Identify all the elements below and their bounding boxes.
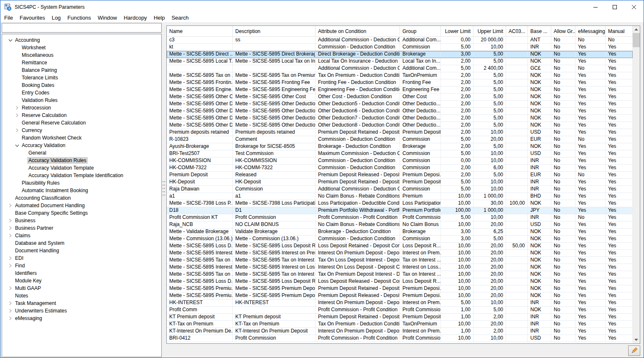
chevron-right-icon[interactable] xyxy=(7,202,14,209)
table-row[interactable]: Mette - SICSE-5895 Interest...Mette - SI… xyxy=(167,264,633,271)
menu-hardcopy[interactable]: Hardcopy xyxy=(120,14,150,22)
menu-file[interactable]: File xyxy=(1,14,16,22)
table-row[interactable]: Mette - SICSE-5895 Tax on ...Mette - SIC… xyxy=(167,271,633,278)
sidebar-item-booking-dates[interactable]: Booking Dates xyxy=(2,81,161,89)
table-row[interactable]: R-10823CommentCommission - Deduction Con… xyxy=(167,136,633,143)
sidebar-item-emessaging[interactable]: eMessaging xyxy=(2,315,161,322)
sidebar-item-business[interactable]: Business xyxy=(2,217,161,224)
table-row[interactable]: Mette - SICSE-5895 Direct ...Mette - SIC… xyxy=(167,51,633,58)
column-header-attribute-on-condition[interactable]: Attribute on Condition xyxy=(316,26,400,36)
chevron-right-icon[interactable] xyxy=(7,262,14,269)
sidebar-item-underwriters-estimates[interactable]: Underwriters Estimates xyxy=(2,307,161,315)
chevron-right-icon[interactable] xyxy=(7,307,14,314)
table-row[interactable]: Mette - SICSE-5895 Loss D...Mette - SICS… xyxy=(167,278,633,285)
maximize-button[interactable] xyxy=(605,0,624,13)
column-header-base[interactable]: Base ... xyxy=(528,26,551,36)
column-header-ac03[interactable]: AC03... xyxy=(506,26,528,36)
sidebar-item-accounting-classification[interactable]: Accounting Classification xyxy=(2,194,161,202)
sidebar-item-retrocession[interactable]: Retrocession xyxy=(2,104,161,112)
table-row[interactable]: Raja_NCBNO CLAIM BONUSNo Claim Bonus - R… xyxy=(167,221,633,229)
scroll-up-button[interactable] xyxy=(633,26,640,33)
table-row[interactable]: KT-Tax on PremiumKT-Tax on PremiumTax On… xyxy=(167,321,633,328)
splitter-handle[interactable] xyxy=(161,178,166,199)
chevron-right-icon[interactable] xyxy=(7,217,14,224)
table-row[interactable]: Mette - SICSE-5895 Other D...Mette - SIC… xyxy=(167,101,633,108)
column-header-name[interactable]: Name xyxy=(167,26,233,36)
table-row[interactable]: D18D1Premium Portfolio Withdrawal - Port… xyxy=(167,207,633,214)
chevron-right-icon[interactable] xyxy=(13,104,20,111)
table-row[interactable]: Mette - SICSE-5895 Other D...Mette - SIC… xyxy=(167,122,633,129)
sidebar-item-currency[interactable]: Currency xyxy=(2,127,161,134)
sidebar-item-accuracy-validation-rules[interactable]: Accuracy Validation Rules xyxy=(2,157,161,164)
sidebar-item-entry-codes[interactable]: Entry Codes xyxy=(2,89,161,96)
table-row[interactable]: Mette - SICSE-5895 Loss D...Mette - SICS… xyxy=(167,243,633,250)
column-header-allow-gr[interactable]: Allow Gr... xyxy=(551,26,575,36)
title-bar[interactable]: S SICS4PC - System Parameters xyxy=(0,0,644,13)
table-row[interactable]: HK-COMM-7322HK-COMM-7322Commission - Ded… xyxy=(167,165,633,172)
sidebar-item-tolerance-limits[interactable]: Tolerance Limits xyxy=(2,74,161,81)
sidebar-item-miscellaneous[interactable]: Miscellaneous xyxy=(2,51,161,59)
close-button[interactable] xyxy=(624,0,644,13)
vertical-scrollbar[interactable] xyxy=(633,26,640,343)
sidebar-item-automated-document-handling[interactable]: Automated Document Handling xyxy=(2,202,161,209)
sidebar-item-database-and-system[interactable]: Database and System xyxy=(2,239,161,247)
chevron-right-icon[interactable] xyxy=(7,255,14,262)
sidebar-item-accuracy-validation[interactable]: Accuracy Validation xyxy=(2,142,161,149)
chevron-right-icon[interactable] xyxy=(7,232,14,239)
menu-search[interactable]: Search xyxy=(168,14,192,22)
sidebar-item-general[interactable]: General xyxy=(2,149,161,157)
table-row[interactable]: Premium deposits retainedPremium deposit… xyxy=(167,129,633,136)
sidebar-item-worksheet[interactable]: Worksheet xyxy=(2,44,161,51)
sidebar-item-remittance[interactable]: Remittance xyxy=(2,59,161,66)
sidebar-item-identifiers[interactable]: Identifiers xyxy=(2,269,161,277)
sidebar-item-random-worksheet-check[interactable]: Random Worksheet Check xyxy=(2,134,161,142)
table-row[interactable]: Mette - SICSE-5895 Other D...Mette - SIC… xyxy=(167,108,633,115)
chevron-right-icon[interactable] xyxy=(7,285,14,292)
table-row[interactable]: Profit Commission KTProfit CommissionPro… xyxy=(167,214,633,221)
sidebar-item-business-partner[interactable]: Business Partner xyxy=(2,224,161,232)
scroll-down-button[interactable] xyxy=(633,336,640,343)
table-row[interactable]: BRI-0412Profit CommissionProfit Commissi… xyxy=(167,335,633,342)
table-row[interactable]: Additional Commission - Deduction C...Ad… xyxy=(167,65,633,72)
column-header-emessaging[interactable]: eMessaging xyxy=(575,26,606,36)
sidebar-item-plausibility-rules[interactable]: Plausibility Rules xyxy=(2,179,161,187)
menu-favourites[interactable]: Favourites xyxy=(16,14,48,22)
sidebar-item-document-handling[interactable]: Document Handling xyxy=(2,247,161,254)
column-header-group[interactable]: Group xyxy=(400,26,441,36)
table-row[interactable]: HK-INTERESTHK-INTERESTInterest On Premiu… xyxy=(167,300,633,307)
table-row[interactable]: Mette - SICSE-5895 Premiu...Mette - SICS… xyxy=(167,292,633,300)
table-row[interactable]: KT Premium depositKT Premium depositPrem… xyxy=(167,314,633,321)
sidebar-item-general-reserve-calculation[interactable]: General Reserve Calculation xyxy=(2,119,161,127)
table-row[interactable]: Mette - Validate BrokerageValidate Broke… xyxy=(167,229,633,236)
sidebar-item-accounting[interactable]: Accounting xyxy=(2,36,161,44)
sidebar-item-module-key[interactable]: Module Key xyxy=(2,277,161,284)
table-row[interactable]: Mette - Commission (13.06.)Mette - Commi… xyxy=(167,236,633,243)
sidebar-item-notes[interactable]: Notes xyxy=(2,292,161,300)
column-header-description[interactable]: Description xyxy=(233,26,316,36)
table-row[interactable]: Mette - SICSE-5895 Engine...Mette - SICS… xyxy=(167,86,633,94)
table-row[interactable]: Mette - SICSE-5895 Tax on ...Mette - SIC… xyxy=(167,72,633,79)
table-row[interactable]: BRI-Test2507Test CommissionMaximum Commi… xyxy=(167,150,633,157)
table-row[interactable]: Mette - SICSE-5895 Tax on ...Mette - SIC… xyxy=(167,257,633,264)
sidebar-item-find[interactable]: Find xyxy=(2,262,161,269)
table-row[interactable]: Mette - SICSE-5895 Local T...Mette - SIC… xyxy=(167,58,633,65)
sidebar-item-reserve-calculation[interactable]: Reserve Calculation xyxy=(2,112,161,119)
sidebar-filter-input[interactable] xyxy=(2,23,162,33)
sidebar-item-validation-rules[interactable]: Validation Rules xyxy=(2,96,161,104)
column-header-upper-limit[interactable]: Upper Limit xyxy=(473,26,506,36)
chevron-right-icon[interactable] xyxy=(7,315,14,322)
edit-button[interactable] xyxy=(628,345,640,356)
column-header-manual[interactable]: Manual xyxy=(606,26,633,36)
table-row[interactable]: Raja DhawanCommissionAdditional Commissi… xyxy=(167,186,633,193)
table-row[interactable]: Premium DepositReleasedPremium Deposit R… xyxy=(167,172,633,179)
table-row[interactable]: Profit CommProfit Commission - Profit Co… xyxy=(167,307,633,314)
sidebar-item-edi[interactable]: EDI xyxy=(2,254,161,262)
table-row[interactable]: Mette - SICSE-5895 Frontin...Mette - SIC… xyxy=(167,79,633,86)
menu-window[interactable]: Window xyxy=(94,14,120,22)
sidebar-item-balance-pairing[interactable]: Balance Pairing xyxy=(2,66,161,74)
table-row[interactable]: ktCommission - Deduction ConditionCommis… xyxy=(167,44,633,51)
scrollbar-thumb[interactable] xyxy=(633,33,640,47)
chevron-right-icon[interactable] xyxy=(7,300,14,307)
chevron-down-icon[interactable] xyxy=(13,142,20,149)
table-row[interactable]: c3ssAdditional Commission - Deduction C.… xyxy=(167,37,633,44)
